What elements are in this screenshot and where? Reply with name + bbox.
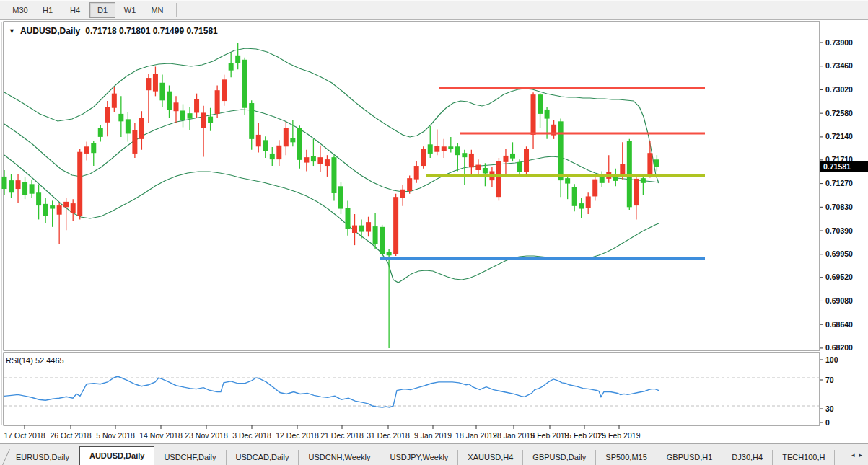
chart-tab-xauusd[interactable]: XAUUSD,H4 <box>458 450 523 465</box>
candle-body <box>346 208 351 229</box>
tab-scroll-arrows: ◂▸ <box>846 444 868 465</box>
candle-body <box>359 226 364 232</box>
timeframe-button-h1[interactable]: H1 <box>35 2 61 18</box>
candle-body <box>304 157 309 162</box>
chart-tab-tech100[interactable]: TECH100,H <box>773 450 835 465</box>
candle-body <box>586 196 591 208</box>
candle-body <box>43 204 48 216</box>
price-chart-canvas[interactable]: 0.739000.734600.730200.725800.721400.717… <box>0 20 868 444</box>
chart-tab-usdcad[interactable]: USDCAD,Daily <box>227 450 299 465</box>
chart-tab-usdjpy[interactable]: USDJPY,Weekly <box>380 450 458 465</box>
candle-body <box>462 153 467 157</box>
candle-body <box>71 203 76 213</box>
tab-scroll-right-icon[interactable]: ▸ <box>859 451 862 459</box>
candle-body <box>331 157 336 193</box>
candle-body <box>118 114 123 121</box>
candle-body <box>627 141 632 207</box>
candle-body <box>208 117 213 123</box>
price-axis-label: 0.73020 <box>825 85 853 94</box>
timeframe-button-w1[interactable]: W1 <box>117 2 143 18</box>
candle-body <box>442 146 447 151</box>
candle-body <box>91 143 96 153</box>
candle-body <box>146 78 151 90</box>
chart-tab-usdchf[interactable]: USDCHF,Daily <box>154 450 226 465</box>
candle-body <box>531 94 536 135</box>
price-axis-label: 0.70390 <box>825 226 853 235</box>
chart-tab-audusd[interactable]: AUDUSD,Daily <box>79 446 154 465</box>
candle-body <box>469 154 474 167</box>
price-axis-label: 0.70830 <box>825 203 853 211</box>
candle-body <box>483 168 488 173</box>
candle-body <box>641 178 646 183</box>
candle-body <box>510 154 515 159</box>
chart-symbol-period: AUDUSD,Daily <box>20 26 80 36</box>
candle-body <box>50 205 55 208</box>
candle-body <box>16 180 21 189</box>
candle-body <box>434 146 439 152</box>
candle-body <box>579 203 584 208</box>
candle-body <box>201 112 206 128</box>
chart-tab-usdcnh[interactable]: USDCNH,Weekly <box>299 450 380 465</box>
candle-body <box>325 159 330 166</box>
symbol-tab-bar: EURUSD,DailyAUDUSD,DailyUSDCHF,DailyUSDC… <box>0 443 868 465</box>
candle-body <box>558 121 564 180</box>
candle-body <box>647 153 652 174</box>
candle-body <box>654 159 659 167</box>
time-axis-label: 17 Oct 2018 <box>4 431 45 440</box>
chart-area: 0.739000.734600.730200.725800.721400.717… <box>0 20 868 444</box>
rsi-axis-label: 30 <box>825 404 834 413</box>
rsi-axis-label: 0 <box>825 418 830 427</box>
time-axis-label: 12 Dec 2018 <box>276 431 319 440</box>
candle-body <box>98 128 103 137</box>
chart-tab-gbpusd[interactable]: GBPUSD,H1 <box>657 450 723 465</box>
candle-body <box>215 90 220 114</box>
time-axis-label: 14 Nov 2018 <box>139 431 183 440</box>
chart-tab-sp500[interactable]: SP500,M15 <box>596 450 657 465</box>
rsi-axis-label: 100 <box>825 355 838 364</box>
candle-body <box>180 110 185 120</box>
chart-tab-dj30[interactable]: DJ30,H4 <box>722 450 773 465</box>
timeframe-button-h4[interactable]: H4 <box>62 2 88 18</box>
price-axis-label: 0.68200 <box>825 343 853 352</box>
candle-body <box>352 226 357 233</box>
price-axis-label: 0.72580 <box>825 109 853 118</box>
rsi-axis-label: 70 <box>825 376 834 384</box>
candle-body <box>174 102 179 111</box>
chart-title: ▼ AUDUSD,Daily 0.71718 0.71801 0.71499 0… <box>9 26 218 36</box>
symbol-dropdown-icon[interactable]: ▼ <box>9 27 15 35</box>
candle-body <box>153 74 158 92</box>
time-axis-label: 3 Dec 2018 <box>232 431 271 440</box>
candle-body <box>338 186 343 208</box>
price-axis-label: 0.72140 <box>825 132 853 141</box>
time-axis-label: 31 Dec 2018 <box>367 431 410 440</box>
candle-body <box>545 110 550 119</box>
candle-body <box>256 135 261 146</box>
timeframe-button-mn[interactable]: MN <box>144 2 170 18</box>
timeframe-button-m30[interactable]: M30 <box>7 2 33 18</box>
price-axis-label: 0.69950 <box>825 249 853 258</box>
candle-body <box>188 113 193 118</box>
candle-body <box>105 107 110 123</box>
chart-tab-eurusd[interactable]: EURUSD,Daily <box>6 450 79 465</box>
price-axis-label: 0.73900 <box>825 38 853 47</box>
candle-body <box>77 152 82 216</box>
candle-body <box>600 177 605 183</box>
candle-body <box>57 205 62 215</box>
candle-body <box>380 227 385 254</box>
timeframe-button-d1[interactable]: D1 <box>89 2 115 18</box>
candle-body <box>572 187 577 206</box>
time-axis-label: 21 Dec 2018 <box>320 431 364 440</box>
price-axis-label: 0.71270 <box>825 179 853 187</box>
tab-scroll-left-icon[interactable]: ◂ <box>851 451 855 459</box>
chart-tab-gbpusd[interactable]: GBPUSD,Daily <box>523 450 596 465</box>
candle-body <box>565 178 570 183</box>
candle-body <box>297 128 302 160</box>
candle-body <box>249 103 254 139</box>
candle-body <box>132 130 137 154</box>
trading-terminal-window: M30H1H4D1W1MN 0.739000.734600.730200.725… <box>0 0 868 465</box>
candle-body <box>414 166 419 180</box>
candle-body <box>242 60 247 108</box>
price-axis-label: 0.69080 <box>825 296 853 305</box>
candle-body <box>284 128 289 146</box>
time-axis-label: 23 Nov 2018 <box>185 431 228 440</box>
